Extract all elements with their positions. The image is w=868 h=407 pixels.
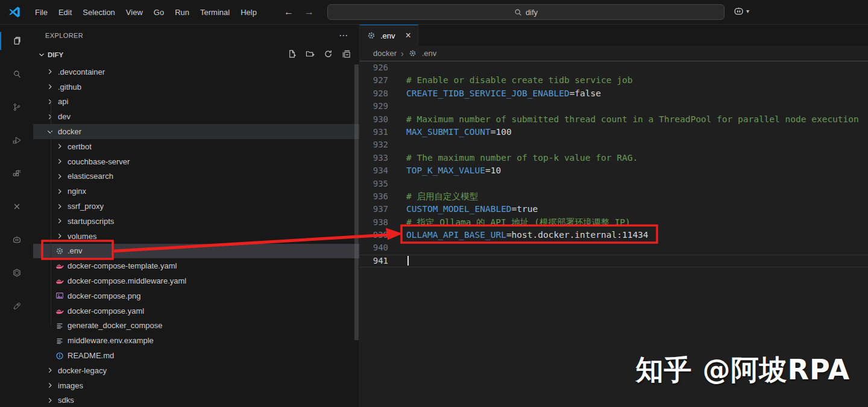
menu-file[interactable]: File [30, 5, 53, 19]
explorer-more-actions-icon[interactable]: ⋯ [339, 30, 348, 41]
activity-run-debug[interactable] [0, 130, 33, 151]
tree-item-couchbase-server[interactable]: couchbase-server [33, 154, 359, 169]
line-number[interactable]: 933 [360, 152, 388, 164]
file-tree: .devcontainer.githubapidevdockercertbotc… [33, 63, 359, 407]
x-icon [12, 202, 22, 211]
tree-item-docker-compose.yaml[interactable]: docker-compose.yaml [33, 303, 359, 318]
tree-item-.github[interactable]: .github [33, 79, 359, 95]
line-number[interactable]: 941 [360, 255, 388, 267]
code-line-940[interactable]: 940 [360, 241, 868, 254]
code-line-927[interactable]: 927# Enable or disable create tidb servi… [360, 74, 868, 87]
search-icon [514, 8, 522, 16]
forward-icon[interactable]: → [304, 7, 314, 17]
menu-run[interactable]: Run [169, 5, 195, 19]
activity-x-tool[interactable] [0, 196, 33, 217]
activity-source-control[interactable] [0, 97, 33, 117]
code-line-933[interactable]: 933# The maximum number of top-k value f… [360, 152, 868, 164]
close-icon[interactable]: × [406, 31, 411, 40]
tree-item-ssrf_proxy[interactable]: ssrf_proxy [33, 199, 359, 214]
line-number[interactable]: 937 [360, 203, 388, 216]
breadcrumb[interactable]: docker › .env [360, 46, 868, 61]
line-number[interactable]: 939 [360, 229, 388, 241]
line-number[interactable]: 938 [360, 216, 388, 229]
tree-item-api[interactable]: api [33, 95, 359, 110]
activity-rocket-extension[interactable] [0, 296, 33, 316]
tree-item-.devcontainer[interactable]: .devcontainer [33, 64, 359, 79]
activity-explorer[interactable] [0, 31, 33, 51]
line-content: CREATE_TIDB_SERVICE_JOB_ENABLED=false [406, 87, 601, 100]
line-number[interactable]: 940 [360, 241, 388, 254]
breadcrumb-file[interactable]: .env [422, 49, 437, 58]
code-line-928[interactable]: 928CREATE_TIDB_SERVICE_JOB_ENABLED=false [360, 87, 868, 100]
tree-item-startupscripts[interactable]: startupscripts [33, 214, 359, 229]
activity-extensions[interactable] [0, 163, 33, 184]
line-number[interactable]: 927 [360, 74, 388, 87]
line-number[interactable]: 928 [360, 87, 388, 100]
tree-item-dev[interactable]: dev [33, 109, 359, 124]
code-line-931[interactable]: 931MAX_SUBMIT_COUNT=100 [360, 126, 868, 138]
menu-view[interactable]: View [121, 5, 148, 19]
tree-item-generate_docker_compose[interactable]: generate_docker_compose [33, 318, 359, 334]
tree-item-nginx[interactable]: nginx [33, 184, 359, 199]
tree-item-readme.md[interactable]: README.md [33, 348, 359, 363]
code-line-932[interactable]: 932 [360, 138, 868, 151]
line-number[interactable]: 932 [360, 138, 388, 151]
activity-robot-assistant[interactable] [0, 229, 33, 250]
menu-go[interactable]: Go [148, 5, 169, 19]
tree-item-label: middleware.env.example [68, 336, 154, 345]
menu-selection[interactable]: Selection [77, 5, 120, 19]
tree-item-docker-compose-template.yaml[interactable]: docker-compose-template.yaml [33, 258, 359, 273]
menu-help[interactable]: Help [235, 5, 262, 19]
chevron-right-icon [45, 67, 55, 76]
sidebar-scrollbar[interactable] [354, 64, 359, 340]
tree-item-docker-compose.middleware.yaml[interactable]: docker-compose.middleware.yaml [33, 273, 359, 288]
tree-item-docker-legacy[interactable]: docker-legacy [33, 363, 359, 378]
tree-item-docker-compose.png[interactable]: docker-compose.png [33, 288, 359, 303]
menu-edit[interactable]: Edit [53, 5, 77, 19]
breadcrumb-folder[interactable]: docker [373, 49, 397, 58]
activity-search[interactable] [0, 64, 33, 84]
tree-item-elasticsearch[interactable]: elasticsearch [33, 169, 359, 184]
code-line-929[interactable]: 929 [360, 100, 868, 113]
line-number[interactable]: 926 [360, 61, 388, 74]
code-line-937[interactable]: 937CUSTOM_MODEL_ENABLED=true [360, 203, 868, 216]
info-icon [55, 351, 64, 361]
activity-hexagon-extension[interactable] [0, 263, 33, 283]
tree-item-certbot[interactable]: certbot [33, 139, 359, 154]
command-center-search[interactable]: dify [327, 4, 725, 20]
line-number[interactable]: 936 [360, 190, 388, 203]
list-icon [55, 336, 64, 346]
line-number[interactable]: 930 [360, 113, 388, 126]
tree-item-images[interactable]: images [33, 378, 359, 393]
code-line-938[interactable]: 938# 指定 Ollama 的 API 地址 (根据部署环境调整 IP) [360, 216, 868, 229]
new-folder-button[interactable] [305, 49, 315, 60]
line-number[interactable]: 929 [360, 100, 388, 113]
tree-item-.env[interactable]: .env [33, 244, 359, 259]
menu-terminal[interactable]: Terminal [195, 5, 235, 19]
collapse-all-button[interactable] [341, 49, 351, 60]
tree-item-label: certbot [68, 142, 92, 151]
code-line-934[interactable]: 934TOP_K_MAX_VALUE=10 [360, 164, 868, 177]
code-line-926[interactable]: 926 [360, 61, 868, 74]
code-line-936[interactable]: 936# 启用自定义模型 [360, 190, 868, 203]
code-line-939[interactable]: 939OLLAMA_API_BASE_URL=host.docker.inter… [360, 229, 868, 241]
chevron-right-icon [55, 141, 64, 151]
workspace-section-dify[interactable]: DIFY [33, 46, 359, 63]
line-number[interactable]: 931 [360, 126, 388, 138]
back-icon[interactable]: ← [284, 7, 294, 17]
tree-item-label: startupscripts [68, 217, 114, 226]
code-line-935[interactable]: 935 [360, 178, 868, 190]
code-line-930[interactable]: 930# Maximum number of submitted thread … [360, 113, 868, 126]
list-icon [55, 321, 64, 331]
tree-item-volumes[interactable]: volumes [33, 229, 359, 244]
tree-item-docker[interactable]: docker [33, 124, 359, 139]
new-file-button[interactable] [287, 49, 297, 60]
copilot-menu[interactable]: ▾ [733, 5, 749, 17]
refresh-button[interactable] [323, 49, 333, 60]
tab-env[interactable]: .env × [360, 25, 418, 46]
code-line-941[interactable]: 941 [360, 255, 868, 267]
tree-item-sdks[interactable]: sdks [33, 393, 359, 407]
line-number[interactable]: 935 [360, 178, 388, 190]
line-number[interactable]: 934 [360, 164, 388, 177]
tree-item-middleware.env.example[interactable]: middleware.env.example [33, 333, 359, 348]
